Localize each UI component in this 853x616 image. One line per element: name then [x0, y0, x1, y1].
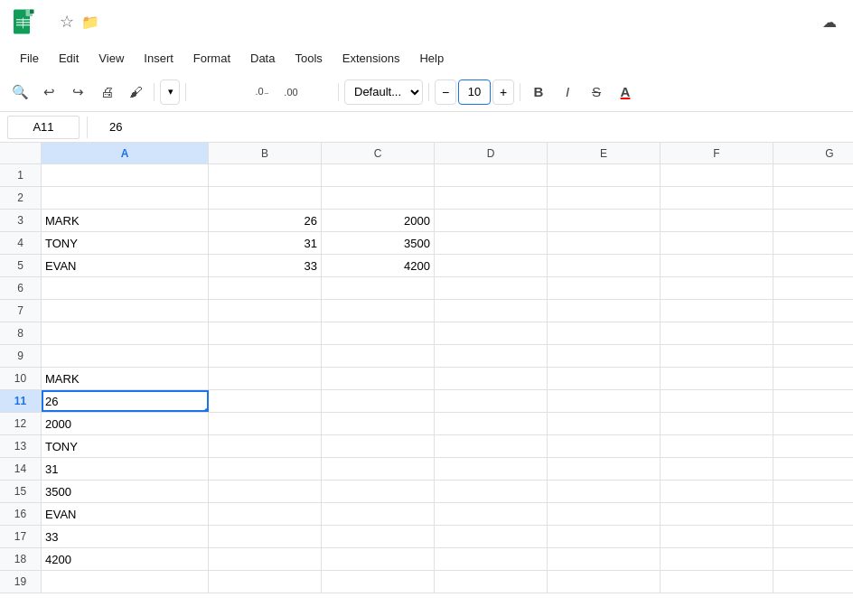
- cell-A1[interactable]: [42, 164, 209, 186]
- cell-D17[interactable]: [435, 526, 548, 547]
- cell-E9[interactable]: [548, 345, 661, 367]
- cell-F11[interactable]: [661, 390, 773, 412]
- cell-D2[interactable]: [435, 187, 548, 209]
- print-btn[interactable]: 🖨: [94, 79, 119, 105]
- cell-E8[interactable]: [548, 322, 661, 344]
- cell-F9[interactable]: [661, 345, 773, 367]
- row-num-17[interactable]: 17: [0, 526, 42, 547]
- cell-G5[interactable]: [773, 255, 853, 276]
- cell-D7[interactable]: [435, 300, 548, 322]
- cell-C5[interactable]: 4200: [322, 255, 435, 276]
- row-num-4[interactable]: 4: [0, 232, 42, 254]
- cell-E7[interactable]: [548, 300, 661, 322]
- col-header-g[interactable]: G: [773, 143, 853, 163]
- cell-G18[interactable]: [773, 548, 853, 570]
- cell-F12[interactable]: [661, 413, 773, 434]
- cell-A5[interactable]: EVAN: [42, 255, 209, 276]
- cell-C11[interactable]: [322, 390, 435, 412]
- cell-B13[interactable]: [209, 435, 322, 457]
- cell-G12[interactable]: [773, 413, 853, 434]
- text-color-btn[interactable]: A: [613, 79, 638, 105]
- row-num-10[interactable]: 10: [0, 368, 42, 389]
- row-num-1[interactable]: 1: [0, 164, 42, 186]
- cell-G7[interactable]: [773, 300, 853, 322]
- row-num-12[interactable]: 12: [0, 413, 42, 434]
- cell-B1[interactable]: [209, 164, 322, 186]
- row-num-3[interactable]: 3: [0, 210, 42, 231]
- cell-B3[interactable]: 26: [209, 210, 322, 231]
- cell-A7[interactable]: [42, 300, 209, 322]
- cell-B2[interactable]: [209, 187, 322, 209]
- cell-G16[interactable]: [773, 503, 853, 525]
- cell-G3[interactable]: [773, 210, 853, 231]
- cell-A15[interactable]: 3500: [42, 481, 209, 502]
- currency-btn[interactable]: [192, 79, 217, 105]
- cell-E2[interactable]: [548, 187, 661, 209]
- cell-A4[interactable]: TONY: [42, 232, 209, 254]
- cell-B8[interactable]: [209, 322, 322, 344]
- cell-E18[interactable]: [548, 548, 661, 570]
- cell-A19[interactable]: [42, 571, 209, 593]
- cell-D4[interactable]: [435, 232, 548, 254]
- cell-D11[interactable]: [435, 390, 548, 412]
- menu-item-extensions[interactable]: Extensions: [333, 48, 409, 69]
- cell-G13[interactable]: [773, 435, 853, 457]
- cell-C13[interactable]: [322, 435, 435, 457]
- cell-A14[interactable]: 31: [42, 458, 209, 480]
- cell-A12[interactable]: 2000: [42, 413, 209, 434]
- cell-C16[interactable]: [322, 503, 435, 525]
- cell-D12[interactable]: [435, 413, 548, 434]
- row-num-5[interactable]: 5: [0, 255, 42, 276]
- number-format-btn[interactable]: [307, 79, 333, 105]
- menu-item-file[interactable]: File: [11, 48, 48, 69]
- star-icon[interactable]: ☆: [60, 12, 74, 32]
- cell-D9[interactable]: [435, 345, 548, 367]
- cell-A6[interactable]: [42, 277, 209, 299]
- row-num-9[interactable]: 9: [0, 345, 42, 367]
- cell-D6[interactable]: [435, 277, 548, 299]
- cell-C14[interactable]: [322, 458, 435, 480]
- menu-item-tools[interactable]: Tools: [286, 48, 331, 69]
- cell-C1[interactable]: [322, 164, 435, 186]
- cell-D8[interactable]: [435, 322, 548, 344]
- menu-item-data[interactable]: Data: [241, 48, 284, 69]
- cell-E1[interactable]: [548, 164, 661, 186]
- row-num-13[interactable]: 13: [0, 435, 42, 457]
- format-paint-btn[interactable]: 🖌: [123, 79, 148, 105]
- cell-A9[interactable]: [42, 345, 209, 367]
- cell-B19[interactable]: [209, 571, 322, 593]
- cell-G6[interactable]: [773, 277, 853, 299]
- cell-F5[interactable]: [661, 255, 773, 276]
- cell-C12[interactable]: [322, 413, 435, 434]
- cell-B15[interactable]: [209, 481, 322, 502]
- cell-C19[interactable]: [322, 571, 435, 593]
- cell-G11[interactable]: [773, 390, 853, 412]
- cell-C2[interactable]: [322, 187, 435, 209]
- cell-B5[interactable]: 33: [209, 255, 322, 276]
- cell-G9[interactable]: [773, 345, 853, 367]
- cell-A16[interactable]: EVAN: [42, 503, 209, 525]
- cell-F18[interactable]: [661, 548, 773, 570]
- cell-E13[interactable]: [548, 435, 661, 457]
- fill-handle[interactable]: [204, 408, 209, 412]
- cell-F13[interactable]: [661, 435, 773, 457]
- cell-C17[interactable]: [322, 526, 435, 547]
- cell-F19[interactable]: [661, 571, 773, 593]
- cell-F15[interactable]: [661, 481, 773, 502]
- font-size-decrease-btn[interactable]: −: [435, 79, 456, 105]
- cell-C3[interactable]: 2000: [322, 210, 435, 231]
- cell-D3[interactable]: [435, 210, 548, 231]
- cell-D16[interactable]: [435, 503, 548, 525]
- cell-G2[interactable]: [773, 187, 853, 209]
- cell-F8[interactable]: [661, 322, 773, 344]
- cell-E16[interactable]: [548, 503, 661, 525]
- cell-E11[interactable]: [548, 390, 661, 412]
- col-header-f[interactable]: F: [661, 143, 773, 163]
- cell-D10[interactable]: [435, 368, 548, 389]
- cell-A13[interactable]: TONY: [42, 435, 209, 457]
- cell-C10[interactable]: [322, 368, 435, 389]
- cell-E5[interactable]: [548, 255, 661, 276]
- cell-E12[interactable]: [548, 413, 661, 434]
- font-family-select[interactable]: Default...: [344, 79, 423, 105]
- cell-G19[interactable]: [773, 571, 853, 593]
